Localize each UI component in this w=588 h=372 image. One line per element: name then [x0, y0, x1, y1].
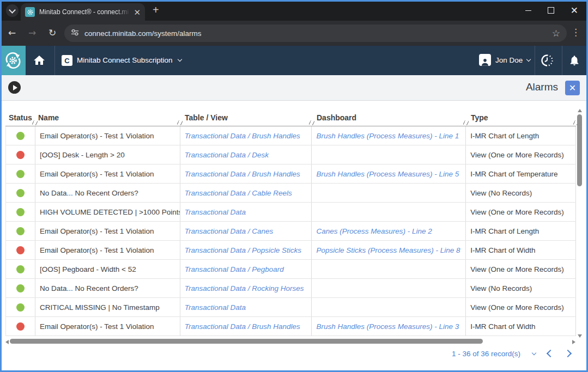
table-view-link[interactable]: Transactional Data / Brush Handles	[180, 164, 312, 183]
type-cell: View (No Records)	[466, 184, 576, 202]
table-row[interactable]: No Data... No Recent Orders? Transaction…	[5, 184, 576, 203]
dashboard-link[interactable]: Brush Handles (Process Measures) - Line …	[312, 317, 466, 336]
table-view-link[interactable]: Transactional Data / Pegboard	[180, 260, 312, 278]
horizontal-scrollbar[interactable]	[5, 338, 575, 345]
table-row[interactable]: [OOS] Desk - Length > 20 Transactional D…	[5, 145, 576, 164]
status-dot	[16, 303, 25, 312]
url-bar[interactable]: connect.minitab.com/system/alarms ☆	[64, 25, 567, 42]
panel-close-button[interactable]: ✕	[565, 81, 580, 95]
notifications-bell-icon[interactable]	[568, 54, 580, 69]
table-row[interactable]: Email Operator(s) - Test 1 Violation Tra…	[5, 222, 576, 241]
column-header-table-view[interactable]: Table / View	[180, 101, 312, 126]
run-play-button[interactable]	[8, 81, 21, 94]
status-cell	[6, 298, 35, 316]
browser-menu-icon[interactable]: ⋮	[571, 27, 580, 38]
table-view-link[interactable]: Transactional Data / Desk	[180, 145, 312, 164]
status-dot	[16, 265, 25, 273]
previous-page-button[interactable]	[548, 349, 553, 358]
workspace-name: Minitab Connect Subscription	[77, 56, 173, 64]
horizontal-scrollbar-thumb[interactable]	[10, 339, 483, 344]
scroll-left-arrow[interactable]	[5, 340, 9, 344]
play-icon	[13, 85, 17, 90]
name-cell: Email Operator(s) - Test 1 Violation	[35, 126, 180, 145]
status-dot	[16, 284, 25, 292]
tab-close-icon[interactable]: ✕	[134, 8, 141, 16]
vertical-scrollbar-thumb[interactable]	[577, 114, 582, 186]
column-header-type[interactable]: Type	[466, 101, 576, 126]
workspace-badge[interactable]: C	[62, 55, 72, 66]
pagination: 1 - 36 of 36 record(s)	[452, 349, 571, 358]
table-row[interactable]: Email Operator(s) - Test 1 Violation Tra…	[5, 126, 576, 145]
dashboard-link[interactable]	[312, 260, 466, 278]
chevron-left-icon	[547, 350, 554, 357]
table-row[interactable]: Email Operator(s) - Test 1 Violation Tra…	[5, 241, 576, 260]
table-row[interactable]: No Data... No Recent Orders? Transaction…	[5, 279, 576, 298]
status-cell	[6, 184, 35, 202]
dashboard-link[interactable]	[312, 203, 466, 221]
window-close-button[interactable]: ✕	[571, 6, 578, 15]
status-cell	[6, 241, 35, 259]
dashboard-link[interactable]: Popsicle Sticks (Process Measures) - Lin…	[312, 241, 466, 259]
scroll-down-arrow[interactable]	[578, 334, 582, 338]
dashboard-link[interactable]: Brush Handles (Process Measures) - Line …	[312, 164, 466, 183]
table-view-link[interactable]: Transactional Data / Canes	[180, 222, 312, 240]
dashboard-link[interactable]: Canes (Process Measures) - Line 2	[312, 222, 466, 240]
table-view-link[interactable]: Transactional Data / Rocking Horses	[180, 279, 312, 297]
dashboard-link[interactable]	[312, 145, 466, 164]
dashboard-link[interactable]	[312, 298, 466, 316]
table-row[interactable]: Email Operator(s) - Test 1 Violation Tra…	[5, 164, 576, 184]
chevron-down-icon	[526, 57, 531, 61]
table-view-link[interactable]: Transactional Data	[180, 203, 312, 221]
status-cell	[6, 222, 35, 240]
user-menu[interactable]: Jon Doe	[479, 54, 530, 66]
name-cell: No Data... No Recent Orders?	[35, 184, 180, 202]
chevron-right-icon	[564, 350, 572, 357]
scroll-up-arrow[interactable]	[578, 109, 582, 112]
table-view-link[interactable]: Transactional Data	[180, 298, 312, 316]
table-row[interactable]: CRITICAL MISSING | No Timestamp Transact…	[5, 298, 576, 317]
reload-button[interactable]: ↻	[49, 27, 56, 38]
table-view-link[interactable]: Transactional Data / Cable Reels	[180, 184, 312, 202]
history-clock-icon[interactable]	[541, 54, 554, 69]
name-cell: Email Operator(s) - Test 1 Violation	[35, 164, 180, 183]
browser-tab[interactable]: Minitab Connect® - connect.mi ✕	[21, 3, 145, 21]
workspace-selector[interactable]: Minitab Connect Subscription	[77, 56, 181, 64]
url-text[interactable]: connect.minitab.com/system/alarms	[84, 29, 552, 38]
home-icon[interactable]	[33, 54, 46, 69]
status-cell	[6, 279, 35, 297]
next-page-button[interactable]	[565, 349, 571, 358]
table-view-link[interactable]: Transactional Data / Popsicle Sticks	[180, 241, 312, 259]
column-header-name[interactable]: Name	[35, 101, 180, 126]
type-cell: I-MR Chart of Length	[466, 222, 576, 240]
table-row[interactable]: [OOS] Pegboard - Width < 52 Transactiona…	[5, 260, 576, 279]
browser-titlebar: Minitab Connect® - connect.mi ✕ + ✕	[0, 0, 588, 21]
column-header-dashboard[interactable]: Dashboard	[312, 101, 466, 126]
table-row[interactable]: HIGH VOLUME DETECTED | >1000 Points Tran…	[5, 203, 576, 222]
divider	[535, 46, 535, 75]
table-body: Email Operator(s) - Test 1 Violation Tra…	[5, 126, 576, 336]
new-tab-button[interactable]: +	[153, 4, 159, 15]
name-cell: [OOS] Pegboard - Width < 52	[35, 260, 180, 278]
table-view-link[interactable]: Transactional Data / Brush Handles	[180, 317, 312, 336]
tab-search-button[interactable]	[6, 4, 19, 17]
page-size-dropdown-icon[interactable]	[532, 350, 536, 355]
browser-window: Minitab Connect® - connect.mi ✕ + ✕ ← → …	[0, 0, 588, 372]
table-view-link[interactable]: Transactional Data / Brush Handles	[180, 126, 312, 145]
dashboard-link[interactable]	[312, 279, 466, 297]
back-button[interactable]: ←	[8, 27, 16, 38]
table-row[interactable]: Email Operator(s) - Test 1 Violation Tra…	[5, 317, 576, 336]
site-settings-icon[interactable]	[71, 28, 79, 39]
type-cell: View (No Records)	[466, 279, 576, 297]
window-maximize-button[interactable]	[548, 7, 554, 14]
user-name: Jon Doe	[495, 56, 523, 64]
minitab-connect-logo[interactable]	[0, 46, 26, 75]
status-cell	[6, 317, 35, 336]
divider	[562, 46, 562, 75]
column-header-status[interactable]: Status	[5, 101, 35, 126]
window-minimize-button[interactable]	[525, 10, 531, 11]
bookmark-star-icon[interactable]: ☆	[552, 28, 560, 39]
dashboard-link[interactable]: Brush Handles (Process Measures) - Line …	[312, 126, 466, 145]
vertical-scrollbar[interactable]	[576, 108, 583, 339]
dashboard-link[interactable]	[312, 184, 466, 202]
scroll-right-arrow[interactable]	[572, 340, 575, 344]
